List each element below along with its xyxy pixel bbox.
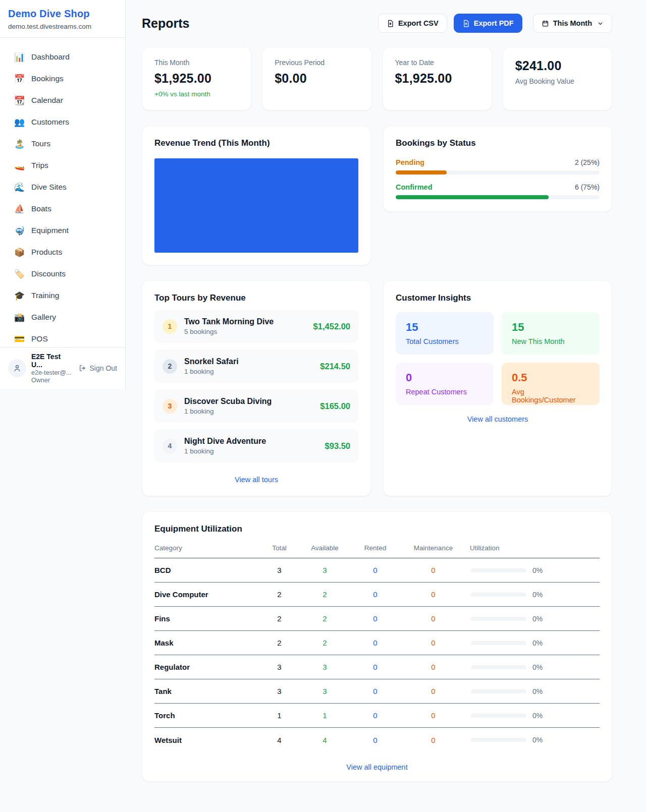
sidebar-nav: 📊 Dashboard 📅 Bookings 📆 Calendar 👥 Cust… bbox=[0, 38, 125, 356]
sidebar-item-label: Dashboard bbox=[31, 52, 70, 62]
equipment-utilization-cell: 0% bbox=[470, 687, 600, 695]
sidebar-item-dashboard[interactable]: 📊 Dashboard bbox=[8, 47, 117, 67]
tour-name: Discover Scuba Diving bbox=[184, 397, 272, 405]
equipment-category: Mask bbox=[154, 639, 263, 647]
stat-card-year-to-date: Year to Date $1,925.00 bbox=[383, 47, 492, 110]
top-tours-title: Top Tours by Revenue bbox=[154, 293, 358, 303]
revenue-trend-chart bbox=[154, 158, 358, 253]
status-label: Confirmed bbox=[396, 183, 433, 191]
sidebar-item-label: Equipment bbox=[31, 226, 69, 235]
tour-row: 2 Snorkel Safari 1 booking $214.50 bbox=[154, 350, 358, 383]
utilization-bar-track bbox=[471, 738, 526, 742]
equipment-category: Dive Computer bbox=[154, 590, 263, 599]
tile-value: 15 bbox=[406, 321, 483, 334]
sidebar-item-label: Calendar bbox=[31, 96, 63, 105]
tile-avg-bookings-customer: 0.5 Avg Bookings/Customer bbox=[502, 363, 600, 405]
equipment-available: 1 bbox=[296, 711, 354, 720]
sign-out-label: Sign Out bbox=[90, 364, 117, 372]
sidebar-item-label: Trips bbox=[31, 161, 48, 170]
sidebar-user-section: E2E Test U... e2e-tester@... Owner Sign … bbox=[0, 347, 125, 389]
sidebar-item-discounts[interactable]: 🏷️ Discounts bbox=[8, 264, 117, 284]
table-row: Fins 2 2 0 0 0% bbox=[154, 607, 600, 631]
period-dropdown[interactable]: This Month bbox=[533, 14, 612, 33]
status-label: Pending bbox=[396, 158, 424, 166]
equipment-total: 2 bbox=[263, 614, 296, 623]
avatar bbox=[8, 359, 26, 377]
utilization-percent: 0% bbox=[532, 566, 543, 574]
equipment-rented: 0 bbox=[354, 590, 397, 599]
export-pdf-label: Export PDF bbox=[474, 19, 514, 27]
revenue-trend-card: Revenue Trend (This Month) bbox=[142, 126, 371, 265]
status-bar-track bbox=[396, 195, 600, 199]
sidebar-item-bookings[interactable]: 📅 Bookings bbox=[8, 69, 117, 89]
chevron-down-icon bbox=[597, 20, 604, 27]
sidebar-item-dive-sites[interactable]: 🌊 Dive Sites bbox=[8, 177, 117, 197]
status-row-confirmed: Confirmed 6 (75%) bbox=[396, 183, 600, 199]
view-all-tours-link[interactable]: View all tours bbox=[154, 476, 358, 484]
equipment-total: 1 bbox=[263, 711, 296, 720]
stat-delta: +0% vs last month bbox=[154, 90, 239, 98]
sidebar-item-products[interactable]: 📦 Products bbox=[8, 242, 117, 262]
sidebar-item-training[interactable]: 🎓 Training bbox=[8, 285, 117, 306]
wave-icon: 🌊 bbox=[14, 183, 24, 192]
period-label: This Month bbox=[553, 19, 592, 27]
view-all-equipment-link[interactable]: View all equipment bbox=[154, 763, 600, 771]
stat-value: $241.00 bbox=[515, 59, 600, 73]
sidebar-item-label: Dive Sites bbox=[31, 183, 67, 192]
tour-bookings: 5 bookings bbox=[184, 328, 306, 335]
sidebar-item-gallery[interactable]: 📸 Gallery bbox=[8, 307, 117, 327]
revenue-trend-title: Revenue Trend (This Month) bbox=[154, 138, 358, 148]
equipment-available: 4 bbox=[296, 736, 354, 744]
equipment-available: 2 bbox=[296, 614, 354, 623]
equipment-utilization-cell: 0% bbox=[470, 712, 600, 720]
export-pdf-button[interactable]: Export PDF bbox=[454, 14, 522, 33]
shop-name: Demo Dive Shop bbox=[8, 8, 117, 20]
tour-bookings: 1 booking bbox=[184, 368, 313, 375]
sidebar-item-pos[interactable]: 💳 POS bbox=[8, 329, 117, 349]
stat-value: $0.00 bbox=[275, 71, 359, 86]
column-header-maintenance: Maintenance bbox=[397, 544, 470, 552]
tile-label: Avg Bookings/Customer bbox=[512, 388, 589, 404]
sidebar-item-label: Products bbox=[31, 248, 62, 257]
customer-insights-title: Customer Insights bbox=[396, 293, 600, 303]
sidebar-item-boats[interactable]: ⛵ Boats bbox=[8, 199, 117, 219]
sidebar-item-tours[interactable]: 🏝️ Tours bbox=[8, 134, 117, 154]
equipment-category: Regulator bbox=[154, 663, 263, 671]
equipment-utilization-cell: 0% bbox=[470, 639, 600, 647]
equipment-total: 4 bbox=[263, 736, 296, 744]
utilization-percent: 0% bbox=[532, 615, 543, 623]
sidebar-item-trips[interactable]: 🚤 Trips bbox=[8, 155, 117, 176]
column-header-category: Category bbox=[154, 544, 263, 552]
insight-tiles: 15 Total Customers 15 New This Month 0 R… bbox=[396, 312, 600, 405]
tour-revenue: $165.00 bbox=[320, 401, 350, 411]
equipment-category: Fins bbox=[154, 614, 263, 623]
utilization-bar-track bbox=[471, 714, 526, 718]
tour-revenue: $93.50 bbox=[325, 441, 350, 451]
view-all-customers-link[interactable]: View all customers bbox=[396, 415, 600, 423]
file-download-icon bbox=[462, 20, 470, 27]
shop-domain: demo.test.divestreams.com bbox=[8, 23, 117, 30]
sidebar-item-equipment[interactable]: 🤿 Equipment bbox=[8, 220, 117, 241]
customer-insights-card: Customer Insights 15 Total Customers 15 … bbox=[383, 280, 612, 496]
equipment-rented: 0 bbox=[354, 639, 397, 647]
equipment-maintenance: 0 bbox=[397, 663, 470, 671]
sidebar-item-label: Gallery bbox=[31, 313, 56, 322]
user-name: E2E Test U... bbox=[31, 353, 74, 369]
equipment-utilization-title: Equipment Utilization bbox=[154, 524, 600, 534]
equipment-maintenance: 0 bbox=[397, 639, 470, 647]
sign-out-button[interactable]: Sign Out bbox=[79, 364, 117, 372]
stat-card-avg-booking-value: $241.00 Avg Booking Value bbox=[503, 47, 612, 110]
tile-value: 0 bbox=[406, 371, 483, 384]
stat-value: $1,925.00 bbox=[395, 71, 479, 86]
sidebar-item-calendar[interactable]: 📆 Calendar bbox=[8, 90, 117, 110]
equipment-maintenance: 0 bbox=[397, 736, 470, 744]
tour-bookings: 1 booking bbox=[184, 447, 318, 455]
header-actions: Export CSV Export PDF This Month bbox=[378, 14, 612, 33]
table-row: BCD 3 3 0 0 0% bbox=[154, 558, 600, 583]
export-csv-button[interactable]: Export CSV bbox=[378, 14, 447, 33]
utilization-bar-track bbox=[471, 641, 526, 645]
utilization-percent: 0% bbox=[532, 712, 543, 720]
column-header-rented: Rented bbox=[354, 544, 397, 552]
sidebar-item-customers[interactable]: 👥 Customers bbox=[8, 112, 117, 132]
sidebar-item-label: Bookings bbox=[31, 74, 64, 83]
